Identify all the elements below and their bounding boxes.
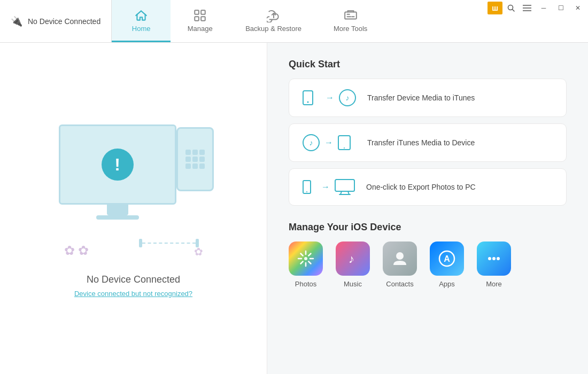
- monitor-icon: [334, 178, 355, 196]
- nav-bar: 🔌 No Device Connected Home Manage: [0, 0, 588, 43]
- qs-card-export-photos[interactable]: → One-click to Export Photos to PC: [289, 168, 567, 206]
- manage-item-apps[interactable]: A Apps: [430, 241, 464, 288]
- svg-point-17: [344, 147, 345, 149]
- cable-line: [142, 243, 196, 244]
- main-content: !: [0, 43, 588, 374]
- phone-illustration: [176, 127, 214, 191]
- tablet-icon: [337, 135, 357, 151]
- device-status-text: No Device Connected: [28, 17, 100, 26]
- no-device-text: No Device Connected: [87, 274, 180, 285]
- contacts-icon-box: [383, 241, 417, 276]
- quick-start-cards: → ♪ Transfer Device Media to iTunes ♪: [289, 79, 567, 206]
- svg-point-39: [497, 257, 500, 260]
- svg-point-34: [396, 252, 404, 260]
- right-panel: Quick Start → ♪ Transfer De: [267, 43, 588, 374]
- music-circle-icon-2: ♪: [302, 134, 320, 152]
- manage-item-contacts[interactable]: Contacts: [383, 241, 417, 288]
- svg-point-38: [492, 257, 496, 260]
- svg-line-6: [513, 10, 515, 12]
- device-link[interactable]: Device connected but not recognized?: [74, 290, 192, 298]
- maximize-button[interactable]: ☐: [553, 2, 569, 14]
- tab-backup[interactable]: Backup & Restore: [229, 0, 318, 42]
- close-button[interactable]: ✕: [570, 2, 586, 14]
- more-label: More: [486, 280, 502, 288]
- apps-label: Apps: [439, 280, 455, 288]
- svg-line-31: [308, 254, 311, 256]
- phone-icon: [302, 90, 321, 106]
- monitor-screen: !: [59, 124, 176, 205]
- svg-rect-20: [335, 180, 354, 191]
- svg-line-32: [301, 261, 303, 263]
- contacts-icon: [390, 249, 409, 268]
- more-icon: [484, 249, 504, 268]
- svg-point-11: [307, 102, 309, 103]
- deco-left: ✿ ✿: [64, 243, 89, 258]
- svg-rect-0: [195, 10, 199, 14]
- tools-icon: [344, 9, 358, 22]
- tab-tools[interactable]: More Tools: [318, 0, 383, 42]
- brand-icon: ш: [492, 4, 498, 12]
- apps-icon: A: [437, 249, 457, 268]
- qs-icon-export-photos: →: [302, 178, 355, 196]
- manage-icons: Photos ♪ Music Contact: [289, 241, 567, 288]
- svg-point-24: [304, 257, 307, 260]
- manage-item-photos[interactable]: Photos: [289, 241, 323, 288]
- svg-line-30: [308, 261, 311, 263]
- hamburger-icon: [523, 5, 531, 11]
- photos-icon: [296, 249, 315, 268]
- search-button[interactable]: [504, 2, 519, 14]
- svg-rect-2: [195, 17, 199, 21]
- svg-text:♪: ♪: [310, 138, 313, 147]
- search-icon: [507, 4, 515, 12]
- arrow-icon: →: [326, 93, 334, 103]
- svg-text:A: A: [444, 254, 450, 263]
- tab-manage[interactable]: Manage: [171, 0, 229, 42]
- photos-label: Photos: [295, 280, 316, 288]
- tab-home[interactable]: Home: [112, 0, 171, 42]
- svg-text:♪: ♪: [346, 94, 350, 102]
- cable-area: [139, 239, 199, 247]
- apps-icon-box: A: [430, 241, 464, 276]
- tab-manage-label: Manage: [188, 25, 213, 33]
- music-icon-box: ♪: [336, 241, 370, 276]
- qs-label-transfer-to-itunes: Transfer Device Media to iTunes: [367, 94, 475, 102]
- music-label: Music: [344, 280, 362, 288]
- music-icon: ♪: [344, 250, 361, 267]
- more-icon-box: [477, 241, 511, 276]
- svg-point-19: [306, 191, 307, 192]
- music-circle-icon: ♪: [338, 89, 357, 107]
- exclaim-icon: !: [102, 149, 134, 181]
- monitor-illustration: !: [59, 124, 176, 220]
- qs-icon-transfer-to-itunes: → ♪: [302, 89, 357, 107]
- tab-home-label: Home: [132, 25, 151, 33]
- menu-button[interactable]: [520, 2, 535, 14]
- contacts-label: Contacts: [386, 280, 413, 288]
- tab-backup-label: Backup & Restore: [245, 25, 301, 33]
- manage-item-music[interactable]: ♪ Music: [336, 241, 370, 288]
- minimize-button[interactable]: ─: [536, 2, 552, 14]
- brand-button[interactable]: ш: [488, 2, 502, 14]
- arrow-icon-2: →: [324, 138, 333, 147]
- svg-point-37: [488, 257, 491, 260]
- left-panel: !: [0, 43, 267, 374]
- device-icon: 🔌: [11, 15, 22, 27]
- backup-icon: [267, 9, 281, 22]
- qs-card-transfer-to-itunes[interactable]: → ♪ Transfer Device Media to iTunes: [289, 79, 567, 117]
- monitor-stand: [107, 205, 128, 215]
- quick-start-title: Quick Start: [289, 59, 567, 70]
- monitor-base: [96, 215, 139, 220]
- manage-item-more[interactable]: More: [477, 241, 511, 288]
- svg-rect-1: [201, 10, 205, 14]
- phone-small-icon: [302, 180, 317, 194]
- nav-tabs: Home Manage Backup & Restore: [112, 0, 383, 42]
- qs-card-transfer-to-device[interactable]: ♪ → Transfer iTunes Media to Device: [289, 123, 567, 162]
- svg-rect-4: [345, 12, 357, 19]
- manage-icon: [193, 9, 207, 22]
- svg-rect-3: [201, 17, 205, 21]
- qs-icon-transfer-to-device: ♪ →: [302, 134, 357, 152]
- arrow-icon-3: →: [321, 182, 330, 192]
- qs-label-transfer-to-device: Transfer iTunes Media to Device: [367, 138, 475, 147]
- svg-line-29: [301, 254, 303, 256]
- photos-icon-box: [289, 241, 323, 276]
- device-status-area: 🔌 No Device Connected: [0, 0, 112, 42]
